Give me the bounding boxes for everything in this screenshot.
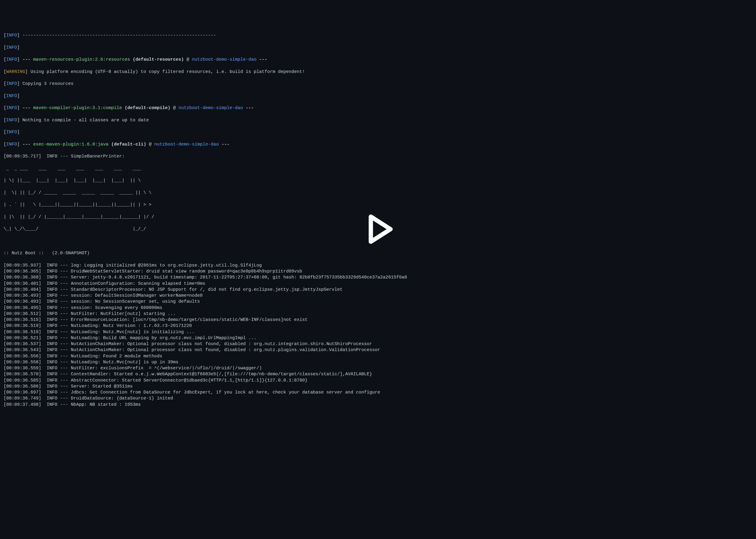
log-line: [INFO] --- maven-compiler-plugin:3.1:com… bbox=[4, 105, 752, 111]
ascii-art: | \| || |_/ / _____ _____ _____ _____ __… bbox=[4, 190, 752, 196]
log-line: [00:09:36.493] INFO --- session: No Sess… bbox=[4, 299, 752, 305]
log-line: [00:09:36.558] INFO --- NutLoading: Nutz… bbox=[4, 359, 752, 365]
log-line: [00:09:36.512] INFO --- NutFilter: NutFi… bbox=[4, 311, 752, 317]
log-line: [00:09:36.749] INFO --- DruidDataSource:… bbox=[4, 396, 752, 402]
ascii-art: _ _ ___ ___ ___ ___ ___ ___ ___ bbox=[4, 166, 752, 172]
log-lines: [00:09:35.937] INFO --- log: Logging ini… bbox=[4, 263, 752, 408]
log-line: [INFO] --- exec-maven-plugin:1.6.0:java … bbox=[4, 142, 752, 148]
log-line: [00:09:36.495] INFO --- session: Scaveng… bbox=[4, 305, 752, 311]
log-line: [00:09:35.937] INFO --- log: Logging ini… bbox=[4, 263, 752, 269]
log-line: [00:09:36.570] INFO --- ContextHandler: … bbox=[4, 371, 752, 377]
log-line: [00:09:37.498] INFO --- NbApp: NB starte… bbox=[4, 402, 752, 408]
log-line: [00:09:36.519] INFO --- NutLoading: Nutz… bbox=[4, 329, 752, 335]
play-button[interactable] bbox=[360, 211, 396, 247]
ascii-art: | \| ||___ |___| |___| |___| |___| |___|… bbox=[4, 178, 752, 184]
log-line: [00:09:36.519] INFO --- NutLoading: Nutz… bbox=[4, 323, 752, 329]
log-line: [00:09:36.585] INFO --- AbstractConnecto… bbox=[4, 378, 752, 384]
log-line: [00:09:36.481] INFO --- AnnotationConfig… bbox=[4, 281, 752, 287]
log-line: [00:09:36.365] INFO --- DruidWebStatServ… bbox=[4, 269, 752, 274]
log-line: [00:09:36.521] INFO --- NutLoading: Buil… bbox=[4, 335, 752, 341]
log-line: [INFO] Nothing to compile - all classes … bbox=[4, 117, 752, 123]
ascii-art: | . ` || \ |_____||_____||_____||_____||… bbox=[4, 202, 752, 208]
log-line: [INFO] Copying 3 resources bbox=[4, 81, 752, 87]
log-line: [00:09:36.697] INFO --- Jdbcs: Get Conne… bbox=[4, 390, 752, 396]
log-line: [00:09:36.368] INFO --- Server: jetty-9.… bbox=[4, 274, 752, 280]
log-line: [00:09:36.586] INFO --- Server: Started … bbox=[4, 384, 752, 390]
log-line: [INFO] bbox=[4, 93, 752, 99]
log-line: [00:09:36.559] INFO --- NutFilter: exclu… bbox=[4, 365, 752, 371]
log-line: [00:09:36.493] INFO --- session: Default… bbox=[4, 293, 752, 299]
log-line: [00:09:36.556] INFO --- NutLoading: Foun… bbox=[4, 353, 752, 359]
boot-line: :: Nutz Boot :: (2.0-SNAPSHOT) bbox=[4, 250, 752, 256]
log-line: [INFO] bbox=[4, 45, 752, 51]
log-line: [WARNING] Using platform encoding (UTF-8… bbox=[4, 69, 752, 75]
log-line: [00:09:36.484] INFO --- StandardDescript… bbox=[4, 287, 752, 293]
log-line: [00:09:36.537] INFO --- NutActionChainMa… bbox=[4, 341, 752, 347]
log-line: [INFO] bbox=[4, 129, 752, 135]
log-line: [INFO] ---------------------------------… bbox=[4, 33, 752, 38]
log-line: [00:09:35.717] INFO --- SimpleBannerPrin… bbox=[4, 154, 752, 160]
play-icon bbox=[360, 211, 396, 247]
log-line: [INFO] --- maven-resources-plugin:2.6:re… bbox=[4, 57, 752, 63]
log-line: [00:09:36.543] INFO --- NutActionChainMa… bbox=[4, 347, 752, 353]
log-line: [00:09:36.515] INFO --- ErrorResourceLoc… bbox=[4, 317, 752, 323]
